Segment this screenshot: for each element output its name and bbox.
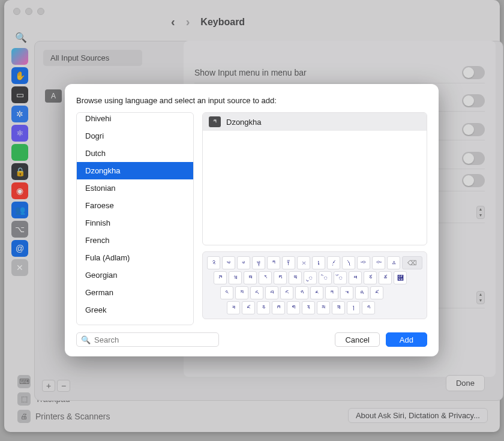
language-item[interactable]: Dutch [77,145,193,162]
keyboard-row: ཟཛཅཁགནམཐ།ཧ [207,301,422,314]
language-item[interactable]: Georgian [77,266,193,284]
char-key: ཞ [355,286,368,299]
char-key: ཀ [325,286,338,299]
keyboard-row: ཊཝཨརཏཡིོུཕཙཚ཈ [207,271,422,284]
char-key: ༄ [222,256,235,269]
input-source-list[interactable]: ཀDzongkha [202,112,427,245]
add-button[interactable]: Add [386,332,427,347]
char-key: ས [235,286,248,299]
char-key: ྾ [297,256,310,269]
language-item[interactable]: Dzongkha [77,162,193,179]
keyboard-row: ༉༄༅༆ཀ༈྾༴༼༽༺༻༜⌫ [207,256,422,269]
language-item[interactable]: Greek [77,301,193,319]
language-item[interactable]: Dhivehi [77,113,193,127]
add-input-source-modal: Browse using language and select an inpu… [65,84,439,356]
char-key: ཇ [310,286,323,299]
char-key: ཛ [370,286,383,299]
char-key: ང [280,286,293,299]
char-key: ཨ [244,271,257,284]
char-key: ད [250,286,263,299]
char-key: ༼ [327,256,340,269]
char-key: ཚ [379,271,392,284]
input-source-item[interactable]: ཀDzongkha [203,113,427,131]
char-key: ཧ [295,286,308,299]
char-key: ུ [304,271,317,284]
char-key: ན [302,301,315,314]
char-key: ༈ [282,256,295,269]
language-item[interactable]: French [77,232,193,249]
char-key: ཙ [364,271,377,284]
language-list[interactable]: DhivehiDogriDutchDzongkhaEstonianFaroese… [76,112,194,325]
char-key: ༆ [252,256,265,269]
char-key: ོ [334,271,347,284]
char-key: ༜ [387,256,400,269]
char-key: ༴ [312,256,325,269]
char-key: ༺ [357,256,370,269]
char-key: ཡ [289,271,302,284]
language-search-field[interactable]: 🔍 [76,332,219,347]
char-key: ༻ [372,256,385,269]
char-key: ༅ [237,256,250,269]
char-key: བ [265,286,278,299]
char-key: ༉ [207,256,220,269]
char-key: ཈ [394,271,407,284]
language-item[interactable]: Fula (Adlam) [77,249,193,266]
char-key: ༽ [342,256,355,269]
char-key: ། [347,301,360,314]
char-key: ཧ [362,301,375,314]
char-key: ཊ [214,271,227,284]
input-source-icon: ཀ [209,116,221,127]
char-key: ཏ [274,271,287,284]
language-item[interactable]: Finnish [77,214,193,232]
keyboard-row: འསདབངཧཇཀལཞཛ [207,286,422,299]
char-key: འ [220,286,233,299]
language-item[interactable]: German [77,284,193,301]
cancel-button[interactable]: Cancel [335,332,379,347]
char-key: ཁ [272,301,285,314]
char-key: ཕ [349,271,362,284]
backspace-key: ⌫ [402,256,422,269]
char-key: ཛ [242,301,255,314]
modal-instruction: Browse using language and select an inpu… [76,96,427,105]
search-icon: 🔍 [81,335,91,344]
char-key: ཐ [332,301,345,314]
char-key: ཅ [257,301,270,314]
keyboard-preview: ༉༄༅༆ཀ༈྾༴༼༽༺༻༜⌫ཊཝཨརཏཡིོུཕཙཚ཈འསདབངཧཇཀལཞཛཟཛ… [202,251,427,319]
char-key: མ [317,301,330,314]
language-item[interactable]: Faroese [77,197,193,214]
char-key: ཀ [267,256,280,269]
char-key: ག [287,301,300,314]
language-item[interactable]: Estonian [77,179,193,197]
char-key: ི [319,271,332,284]
search-input[interactable] [94,335,214,344]
char-key: ཝ [229,271,242,284]
char-key: ལ [340,286,353,299]
language-item[interactable]: Dogri [77,127,193,145]
char-key: ཟ [227,301,240,314]
input-source-label: Dzongkha [226,118,262,127]
char-key: ར [259,271,272,284]
